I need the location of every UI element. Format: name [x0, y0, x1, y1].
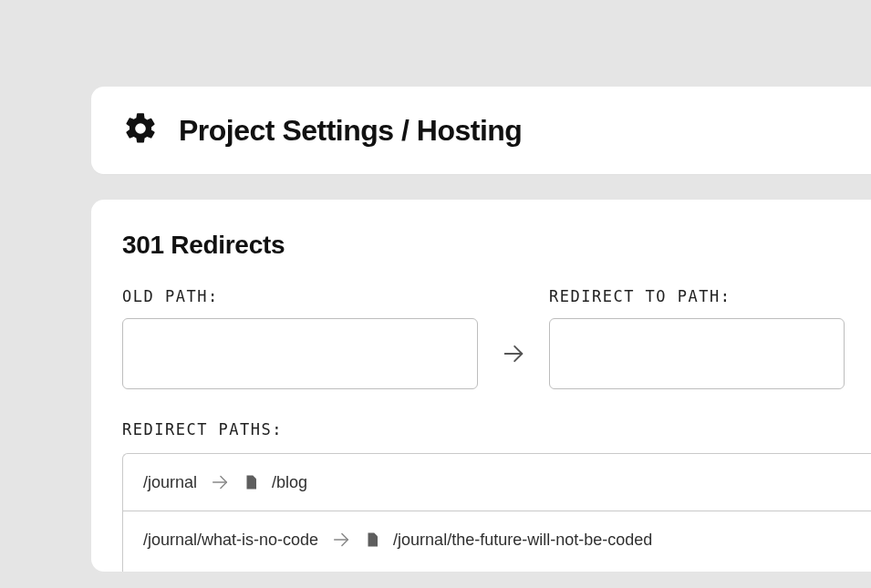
- redirect-form-row: OLD PATH: REDIRECT TO PATH:: [122, 287, 845, 389]
- redirects-card: 301 Redirects OLD PATH: REDIRECT TO PATH…: [91, 200, 871, 572]
- redirect-to-label: REDIRECT TO PATH:: [549, 287, 845, 305]
- arrow-right-icon: [500, 318, 527, 389]
- old-path-group: OLD PATH:: [122, 287, 478, 389]
- page-icon: [243, 474, 259, 490]
- arrow-right-icon: [210, 472, 230, 492]
- gear-icon: [122, 110, 159, 150]
- redirect-from: /journal/what-is-no-code: [143, 531, 318, 550]
- arrow-right-icon: [331, 530, 351, 550]
- redirect-to-input[interactable]: [549, 318, 845, 389]
- redirect-row[interactable]: /journal /blog: [123, 454, 871, 511]
- page-icon: [364, 531, 380, 548]
- breadcrumb-title: Project Settings / Hosting: [179, 114, 522, 148]
- redirect-row[interactable]: /journal/what-is-no-code /journal/the-fu…: [123, 511, 871, 572]
- redirect-to: /blog: [272, 473, 307, 492]
- old-path-label: OLD PATH:: [122, 287, 478, 305]
- redirect-from: /journal: [143, 473, 197, 492]
- redirect-to: /journal/the-future-will-not-be-coded: [393, 531, 652, 550]
- old-path-input[interactable]: [122, 318, 478, 389]
- section-title: 301 Redirects: [122, 231, 845, 260]
- header-card: Project Settings / Hosting: [91, 87, 871, 174]
- redirect-list: /journal /blog /journal/what-is-no-code: [122, 453, 871, 572]
- redirect-list-label: REDIRECT PATHS:: [122, 420, 845, 438]
- redirect-to-group: REDIRECT TO PATH:: [549, 287, 845, 389]
